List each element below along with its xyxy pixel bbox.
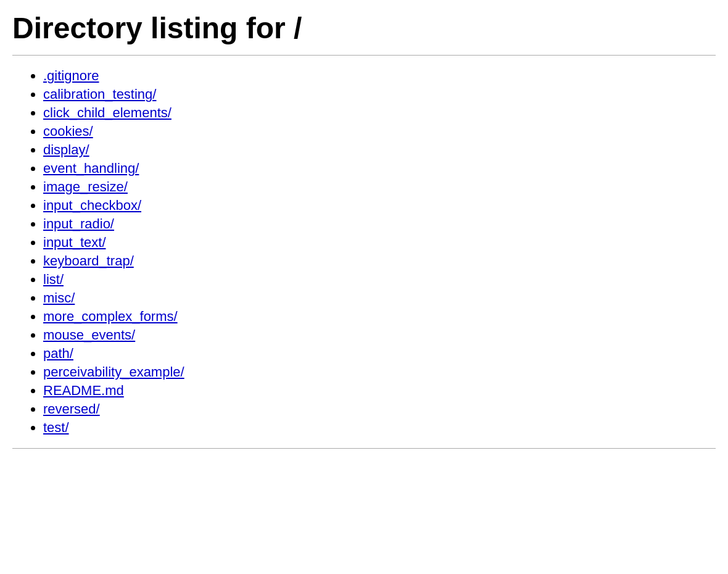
list-item: click_child_elements/ <box>43 105 716 121</box>
list-item: perceivability_example/ <box>43 364 716 380</box>
list-item: list/ <box>43 272 716 288</box>
list-item: event_handling/ <box>43 160 716 177</box>
directory-link[interactable]: calibration_testing/ <box>43 86 156 102</box>
bottom-divider <box>12 448 716 449</box>
list-item: image_resize/ <box>43 179 716 195</box>
list-item: README.md <box>43 383 716 399</box>
list-item: display/ <box>43 142 716 158</box>
list-item: .gitignore <box>43 68 716 84</box>
directory-list: .gitignorecalibration_testing/click_chil… <box>12 68 716 436</box>
directory-link[interactable]: display/ <box>43 142 89 157</box>
list-item: input_radio/ <box>43 216 716 232</box>
directory-link[interactable]: .gitignore <box>43 68 99 83</box>
list-item: misc/ <box>43 290 716 306</box>
list-item: mouse_events/ <box>43 327 716 343</box>
directory-link[interactable]: cookies/ <box>43 123 93 139</box>
directory-link[interactable]: input_checkbox/ <box>43 198 141 213</box>
directory-link[interactable]: README.md <box>43 383 124 398</box>
directory-link[interactable]: list/ <box>43 272 64 287</box>
directory-link[interactable]: input_radio/ <box>43 216 114 231</box>
directory-link[interactable]: keyboard_trap/ <box>43 253 134 268</box>
directory-link[interactable]: misc/ <box>43 290 75 306</box>
list-item: path/ <box>43 346 716 362</box>
list-item: input_text/ <box>43 235 716 251</box>
list-item: reversed/ <box>43 401 716 417</box>
list-item: test/ <box>43 420 716 436</box>
directory-link[interactable]: reversed/ <box>43 401 100 417</box>
list-item: keyboard_trap/ <box>43 253 716 269</box>
directory-link[interactable]: more_complex_forms/ <box>43 309 178 324</box>
directory-link[interactable]: perceivability_example/ <box>43 364 184 380</box>
directory-link[interactable]: mouse_events/ <box>43 327 135 343</box>
directory-link[interactable]: input_text/ <box>43 235 106 250</box>
list-item: more_complex_forms/ <box>43 309 716 325</box>
directory-link[interactable]: image_resize/ <box>43 179 128 194</box>
list-item: cookies/ <box>43 123 716 139</box>
page-title: Directory listing for / <box>12 11 716 45</box>
list-item: input_checkbox/ <box>43 198 716 214</box>
list-item: calibration_testing/ <box>43 86 716 102</box>
directory-link[interactable]: path/ <box>43 346 73 361</box>
directory-link[interactable]: event_handling/ <box>43 160 139 176</box>
directory-link[interactable]: test/ <box>43 420 69 435</box>
top-divider <box>12 55 716 56</box>
directory-link[interactable]: click_child_elements/ <box>43 105 172 120</box>
